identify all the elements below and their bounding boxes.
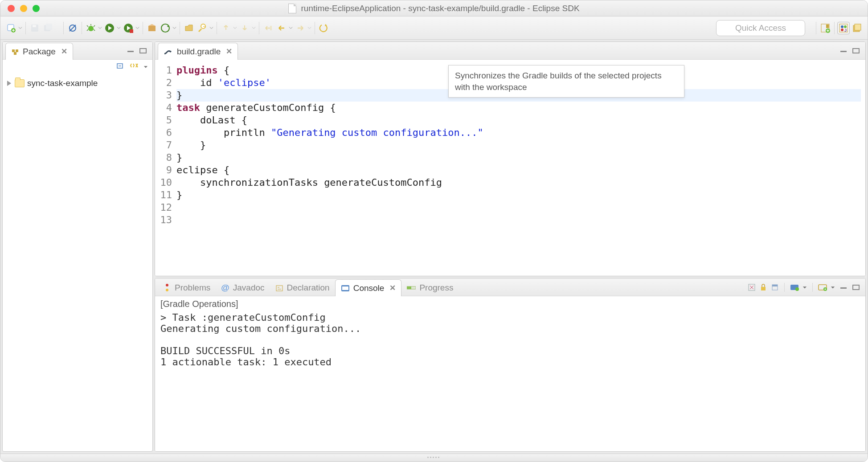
next-annotation-dropdown[interactable] [251,26,256,30]
package-toolbar [3,60,152,75]
gradle-refresh-dropdown[interactable] [172,26,177,30]
svg-rect-10 [130,29,133,33]
minimize-view-icon[interactable] [839,284,848,290]
folder-icon [15,79,25,87]
search-button[interactable] [196,22,209,34]
package-tab-label: Package [23,47,56,57]
close-icon[interactable]: ✕ [226,47,232,56]
zoom-window-button[interactable] [33,5,40,12]
editor-tab-label: build.gradle [177,47,221,57]
window-title: runtime-EclipseApplication - sync-task-e… [301,4,579,13]
maximize-view-icon[interactable] [852,48,860,54]
svg-rect-3 [33,25,36,27]
last-edit-button[interactable] [262,22,274,34]
debug-button[interactable] [85,22,97,34]
svg-rect-43 [772,285,778,286]
editor-tab[interactable]: build.gradle ✕ [158,43,238,60]
progress-tab[interactable]: Progress [401,279,459,296]
refresh-button[interactable] [318,22,330,34]
workbench-body: Package ✕ s [0,40,868,454]
console-title: [Gradle Operations] [155,296,865,309]
svg-point-45 [795,287,799,291]
gradle-icon [164,48,173,56]
next-annotation-button[interactable] [238,22,251,34]
save-button[interactable] [29,22,41,34]
window-controls [8,5,40,12]
svg-rect-35 [276,286,283,291]
scroll-lock-icon[interactable] [759,283,767,291]
svg-rect-26 [16,49,18,52]
prev-annotation-button[interactable] [220,22,232,34]
svg-rect-41 [761,287,766,290]
package-explorer-view: Package ✕ s [2,41,153,452]
project-tree[interactable]: sync-task-example [3,75,152,92]
external-tools-dropdown[interactable] [135,26,140,30]
close-icon[interactable]: ✕ [61,47,67,56]
svg-rect-25 [12,49,15,52]
bottom-view-stack: Problems @ Javadoc Declaration Conso [155,278,866,452]
open-console-dropdown[interactable] [831,285,835,290]
app-window: runtime-EclipseApplication - sync-task-e… [0,0,868,462]
project-label: sync-task-example [27,78,98,88]
save-all-button[interactable] [42,22,54,34]
open-perspective-button[interactable] [819,22,831,34]
skip-breakpoints-button[interactable] [66,22,79,34]
line-gutter: 1 2 3 4 5 6 7 8 9 10 11 12 13 [155,60,175,276]
package-tab[interactable]: Package ✕ [5,43,73,60]
disclosure-icon[interactable] [7,81,11,86]
package-icon [11,48,19,56]
declaration-tab[interactable]: Declaration [270,279,335,296]
console-tab[interactable]: Console ✕ [335,279,402,296]
open-console-icon[interactable] [818,284,827,291]
svg-rect-16 [826,25,829,28]
svg-rect-11 [148,26,156,31]
open-task-button[interactable] [183,22,195,34]
svg-point-12 [161,24,169,32]
svg-rect-39 [407,286,411,289]
clear-console-icon[interactable] [748,283,756,291]
svg-point-7 [88,26,94,31]
search-dropdown[interactable] [209,26,214,30]
minimize-window-button[interactable] [20,5,27,12]
new-java-package-button[interactable] [146,22,158,34]
display-console-icon[interactable] [790,284,799,291]
pin-console-icon[interactable] [771,283,779,291]
new-dropdown[interactable] [17,26,23,30]
close-window-button[interactable] [8,5,15,12]
quick-access-field[interactable]: Quick Access [716,20,805,36]
link-editor-icon[interactable] [129,62,139,72]
javadoc-tab[interactable]: @ Javadoc [216,279,270,296]
minimize-view-icon[interactable] [127,48,135,54]
java-perspective-button[interactable]: J [837,22,850,34]
back-button[interactable] [275,22,288,34]
back-dropdown[interactable] [288,26,293,30]
code-body[interactable]: plugins { id 'eclipse'}task generateCust… [175,60,865,276]
debug-dropdown[interactable] [97,26,102,30]
svg-rect-27 [14,52,16,55]
prev-annotation-dropdown[interactable] [232,26,237,30]
main-toolbar: Quick Access J [0,16,868,40]
maximize-view-icon[interactable] [139,48,147,54]
quick-access-placeholder: Quick Access [735,23,786,33]
new-button[interactable] [5,22,17,34]
project-node[interactable]: sync-task-example [7,78,148,88]
view-menu-icon[interactable] [143,62,148,71]
close-icon[interactable]: ✕ [389,283,396,293]
svg-text:J: J [844,28,847,33]
run-dropdown[interactable] [116,26,121,30]
console-select-dropdown[interactable] [802,285,807,290]
run-button[interactable] [103,22,116,34]
console-output[interactable]: > Task :generateCustomConfig Generating … [155,309,865,451]
maximize-view-icon[interactable] [852,284,860,290]
gradle-refresh-button[interactable] [159,22,172,34]
forward-dropdown[interactable] [307,26,312,30]
minimize-view-icon[interactable] [839,48,848,54]
collapse-all-icon[interactable] [116,62,125,72]
svg-rect-31 [840,51,847,52]
status-bar [0,454,868,462]
code-editor[interactable]: 1 2 3 4 5 6 7 8 9 10 11 12 13 plugins { … [155,60,865,276]
resource-perspective-button[interactable] [851,22,863,34]
forward-button[interactable] [294,22,307,34]
external-tools-button[interactable] [122,22,135,34]
problems-tab[interactable]: Problems [158,279,216,296]
